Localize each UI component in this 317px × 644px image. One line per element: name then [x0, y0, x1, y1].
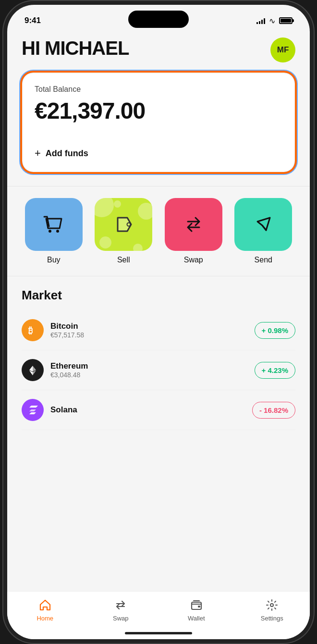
- divider-2: [7, 276, 310, 276]
- solana-item[interactable]: Solana - 16.82%: [22, 390, 295, 430]
- sell-label: Sell: [117, 256, 130, 264]
- nav-wallet[interactable]: Wallet: [158, 598, 234, 622]
- sell-action[interactable]: Sell: [92, 198, 156, 264]
- svg-text:₿: ₿: [28, 326, 33, 335]
- wifi-icon: ∿: [269, 16, 275, 25]
- svg-marker-4: [33, 366, 36, 372]
- home-nav-label: Home: [37, 615, 53, 622]
- solana-left: Solana: [22, 399, 77, 421]
- svg-point-1: [56, 230, 59, 233]
- status-icons: ∿: [256, 16, 293, 25]
- market-list: ₿ Bitcoin €57,517.58 + 0.98%: [22, 310, 295, 430]
- swap-label: Swap: [184, 256, 203, 264]
- market-section: Market ₿ Bitcoin €57,517.58: [22, 288, 295, 430]
- balance-label: Total Balance: [35, 85, 282, 94]
- tag-icon: [111, 212, 136, 237]
- nav-home[interactable]: Home: [7, 598, 83, 622]
- battery-icon: [279, 17, 293, 24]
- send-icon: [251, 212, 276, 237]
- swap-icon: [181, 212, 206, 237]
- actions-row: Buy Se: [22, 198, 295, 264]
- svg-marker-5: [29, 366, 33, 372]
- swap-nav-icon: [114, 598, 127, 612]
- ethereum-name: Ethereum: [50, 361, 88, 371]
- solana-info: Solana: [50, 405, 77, 415]
- settings-icon: [265, 598, 279, 612]
- phone-frame: 9:41 ∿ HI MICHAEL MF Total Balance €21,3…: [7, 5, 310, 639]
- swap-icon-box: [165, 198, 222, 251]
- buy-action[interactable]: Buy: [22, 198, 86, 264]
- wallet-nav-label: Wallet: [188, 615, 205, 622]
- send-action[interactable]: Send: [232, 198, 296, 264]
- svg-point-0: [49, 230, 51, 233]
- main-content: HI MICHAEL MF Total Balance €21,397.00 +…: [7, 30, 310, 430]
- greeting-text: HI MICHAEL: [22, 37, 129, 59]
- settings-nav-label: Settings: [261, 615, 283, 622]
- ethereum-item[interactable]: Ethereum €3,048.48 + 4.23%: [22, 350, 295, 390]
- balance-card: Total Balance €21,397.00 + Add funds: [22, 72, 295, 173]
- status-time: 9:41: [24, 16, 41, 25]
- add-funds-label: Add funds: [46, 149, 88, 159]
- nav-swap[interactable]: Swap: [83, 598, 159, 622]
- add-funds-button[interactable]: + Add funds: [35, 147, 88, 160]
- svg-rect-9: [198, 606, 200, 607]
- wallet-icon: [190, 598, 203, 612]
- balance-amount: €21,397.00: [35, 98, 282, 124]
- send-icon-box: [234, 198, 292, 251]
- nav-settings[interactable]: Settings: [234, 598, 310, 622]
- ethereum-price: €3,048.48: [50, 371, 88, 379]
- sell-icon-box: [95, 198, 152, 251]
- ethereum-icon: [22, 359, 44, 381]
- bitcoin-item[interactable]: ₿ Bitcoin €57,517.58 + 0.98%: [22, 310, 295, 350]
- bitcoin-change: + 0.98%: [255, 322, 295, 339]
- home-indicator: [125, 632, 192, 634]
- bitcoin-left: ₿ Bitcoin €57,517.58: [22, 319, 84, 341]
- swap-nav-label: Swap: [113, 615, 129, 622]
- svg-point-10: [270, 604, 273, 607]
- avatar[interactable]: MF: [270, 37, 295, 62]
- solana-change: - 16.82%: [252, 402, 295, 419]
- ethereum-info: Ethereum €3,048.48: [50, 361, 88, 379]
- add-funds-plus-icon: +: [35, 147, 41, 160]
- market-title: Market: [22, 288, 295, 303]
- dynamic-island: [128, 11, 189, 28]
- bitcoin-icon: ₿: [22, 319, 44, 341]
- ethereum-change: + 4.23%: [255, 362, 295, 379]
- swap-action[interactable]: Swap: [161, 198, 226, 264]
- divider-1: [7, 186, 310, 186]
- bitcoin-info: Bitcoin €57,517.58: [50, 322, 84, 339]
- home-icon: [38, 598, 52, 612]
- solana-icon: [22, 399, 44, 421]
- buy-icon-box: [25, 198, 83, 251]
- header: HI MICHAEL MF: [22, 37, 295, 62]
- cart-icon: [41, 212, 66, 237]
- buy-label: Buy: [47, 256, 61, 264]
- send-label: Send: [255, 256, 272, 264]
- ethereum-left: Ethereum €3,048.48: [22, 359, 88, 381]
- solana-name: Solana: [50, 405, 77, 415]
- signal-icon: [256, 17, 265, 24]
- bitcoin-name: Bitcoin: [50, 322, 84, 331]
- bitcoin-price: €57,517.58: [50, 331, 84, 339]
